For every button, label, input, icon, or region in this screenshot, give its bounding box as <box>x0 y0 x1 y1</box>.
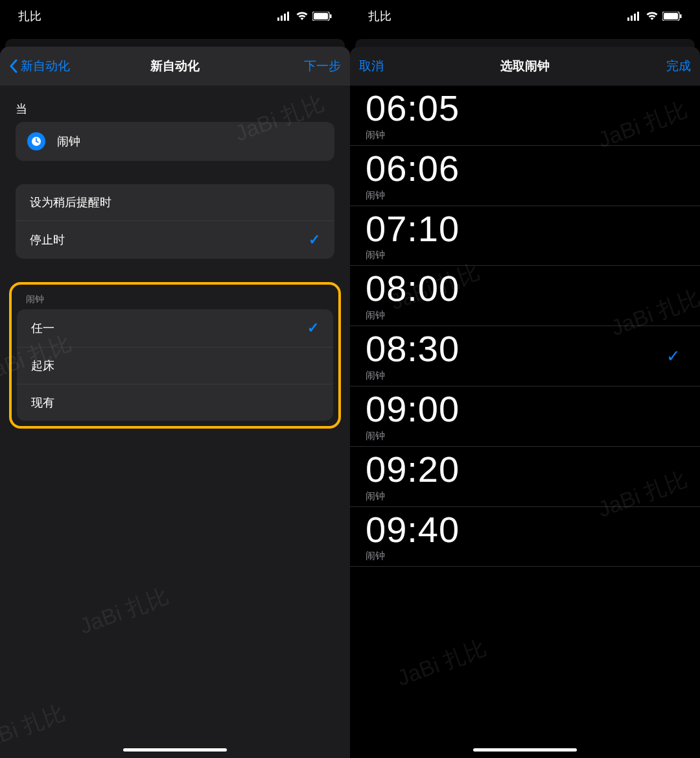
alarm-subtitle: 闹钟 <box>366 189 460 202</box>
sheet-content: 当 闹钟 设为稍后提醒时 停止时 ✓ 闹钟 <box>0 86 350 758</box>
svg-rect-16 <box>680 14 682 18</box>
battery-icon <box>312 12 332 21</box>
alarm-time: 06:05 <box>366 89 460 128</box>
phone-right-select-alarm: 扎比 取消 选取闹钟 完成 06:05 闹钟 <box>350 0 700 758</box>
svg-rect-13 <box>637 12 639 21</box>
automation-sheet: 新自动化 新自动化 下一步 当 闹钟 设为稍后提醒时 停止时 ✓ <box>0 47 350 758</box>
home-indicator[interactable] <box>473 748 577 752</box>
alarm-time: 07:10 <box>366 210 460 248</box>
nav-bar: 取消 选取闹钟 完成 <box>350 47 700 86</box>
trigger-option-snoozed[interactable]: 设为稍后提醒时 <box>16 184 334 220</box>
nav-cancel-button[interactable]: 取消 <box>359 58 437 75</box>
svg-rect-12 <box>634 14 636 21</box>
checkmark-icon: ✓ <box>666 346 684 366</box>
phone-left-automation: 扎比 新自动化 新自动化 下一步 当 <box>0 0 350 758</box>
cellular-signal-icon <box>277 12 292 21</box>
home-indicator[interactable] <box>123 748 227 752</box>
wifi-icon <box>296 12 309 21</box>
checkmark-icon: ✓ <box>309 231 320 248</box>
nav-title: 新自动化 <box>150 58 200 75</box>
alarm-list[interactable]: 06:05 闹钟 06:06 闹钟 07:10 闹钟 08:00 闹 <box>350 86 700 758</box>
section-when-label: 当 <box>0 86 350 122</box>
trigger-option-label: 设为稍后提醒时 <box>30 195 111 210</box>
svg-rect-0 <box>277 18 279 21</box>
battery-icon <box>662 12 682 21</box>
svg-rect-1 <box>281 16 283 21</box>
alarm-time: 09:00 <box>366 390 460 429</box>
alarm-row[interactable]: 08:00 闹钟 <box>350 266 700 326</box>
svg-rect-2 <box>284 14 286 21</box>
alarm-option-any[interactable]: 任一 ✓ <box>17 309 333 347</box>
alarm-subtitle: 闹钟 <box>366 309 460 322</box>
status-bar: 扎比 <box>350 0 700 32</box>
nav-back-button[interactable]: 新自动化 <box>9 58 87 75</box>
status-carrier: 扎比 <box>18 8 41 24</box>
nav-done-button[interactable]: 完成 <box>613 58 691 75</box>
alarm-card-label: 闹钟 <box>57 134 80 149</box>
alarm-row[interactable]: 09:20 闹钟 <box>350 447 700 507</box>
status-right <box>277 12 332 21</box>
svg-rect-3 <box>287 12 289 21</box>
alarm-subtitle: 闹钟 <box>366 430 460 442</box>
trigger-option-stopped[interactable]: 停止时 ✓ <box>16 220 334 259</box>
svg-rect-6 <box>330 14 332 18</box>
nav-next-button[interactable]: 下一步 <box>263 58 341 75</box>
nav-bar: 新自动化 新自动化 下一步 <box>0 47 350 86</box>
alarm-option-existing[interactable]: 现有 <box>17 384 333 421</box>
alarm-row[interactable]: 06:06 闹钟 <box>350 146 700 206</box>
alarm-row[interactable]: 08:30 闹钟 ✓ <box>350 326 700 386</box>
checkmark-icon: ✓ <box>307 320 319 337</box>
alarm-subtitle: 闹钟 <box>366 249 460 261</box>
svg-rect-15 <box>664 13 678 19</box>
highlight-box: 闹钟 任一 ✓ 起床 现有 <box>9 282 341 429</box>
alarm-subtitle: 闹钟 <box>366 490 460 503</box>
wifi-icon <box>646 12 659 21</box>
alarm-time: 09:20 <box>366 451 460 489</box>
chevron-left-icon <box>9 59 18 73</box>
trigger-option-label: 停止时 <box>30 232 65 248</box>
clock-icon <box>27 132 45 150</box>
nav-title: 选取闹钟 <box>500 58 550 75</box>
alarm-row[interactable]: 09:40 闹钟 <box>350 507 700 567</box>
alarm-row[interactable]: 06:05 闹钟 <box>350 86 700 146</box>
alarm-time: 09:40 <box>366 511 460 549</box>
status-bar: 扎比 <box>0 0 350 32</box>
alarm-time: 08:30 <box>366 330 460 368</box>
cellular-signal-icon <box>627 12 642 21</box>
svg-rect-10 <box>627 18 629 21</box>
alarm-option-wakeup[interactable]: 起床 <box>17 347 333 384</box>
alarm-option-label: 现有 <box>31 395 54 410</box>
nav-cancel-label: 取消 <box>359 58 384 75</box>
select-alarm-sheet: 取消 选取闹钟 完成 06:05 闹钟 06:06 闹钟 07:10 <box>350 47 700 758</box>
nav-back-label: 新自动化 <box>21 58 70 75</box>
svg-rect-5 <box>314 13 328 19</box>
alarm-group-header: 闹钟 <box>17 290 333 309</box>
alarm-time: 06:06 <box>366 150 460 188</box>
alarm-subtitle: 闹钟 <box>366 550 460 562</box>
status-right <box>627 12 682 21</box>
alarm-subtitle: 闹钟 <box>366 370 460 382</box>
alarm-row[interactable]: 09:00 闹钟 <box>350 386 700 447</box>
alarm-subtitle: 闹钟 <box>366 129 460 141</box>
alarm-trigger-card[interactable]: 闹钟 <box>16 122 334 161</box>
trigger-timing-list: 设为稍后提醒时 停止时 ✓ <box>16 184 334 259</box>
alarm-scope-list: 任一 ✓ 起床 现有 <box>17 309 333 421</box>
alarm-time: 08:00 <box>366 270 460 308</box>
alarm-option-label: 起床 <box>31 358 54 373</box>
alarm-option-label: 任一 <box>31 320 54 336</box>
svg-rect-11 <box>631 16 633 21</box>
alarm-row[interactable]: 07:10 闹钟 <box>350 206 700 266</box>
status-carrier: 扎比 <box>368 8 391 24</box>
